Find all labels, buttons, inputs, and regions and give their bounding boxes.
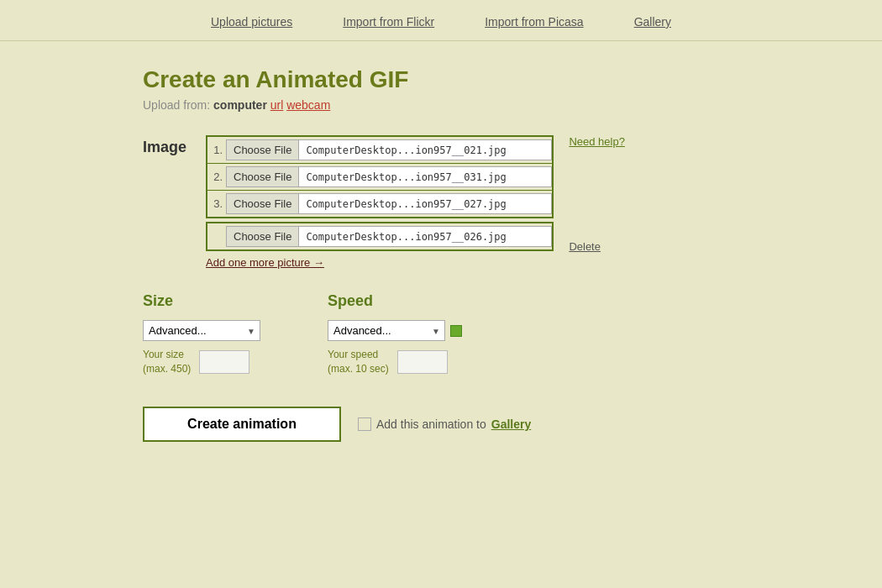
choose-file-btn-3[interactable]: Choose File [227,194,299,213]
image-label: Image [143,139,189,156]
size-select[interactable]: Advanced... Small Medium Large [143,320,260,341]
need-help-link[interactable]: Need help? [569,135,625,148]
main-file-group: 1. Choose File ComputerDesktop...ion957_… [206,135,554,218]
page-title: Create an Animated GIF [143,66,739,93]
green-square-icon [450,325,462,337]
nav-import-flickr[interactable]: Import from Flickr [343,15,434,29]
file-row-1: 1. Choose File ComputerDesktop...ion957_… [207,137,552,164]
speed-select-wrapper: Advanced... Slow Normal Fast [328,320,445,341]
choose-file-btn-2[interactable]: Choose File [227,167,299,186]
file-input-2: Choose File ComputerDesktop...ion957__03… [226,166,552,187]
speed-input-row: Your speed (max. 10 sec) [328,348,462,376]
gallery-row: Add this animation to Gallery [358,417,531,431]
upload-from-label: Upload from: [143,98,210,112]
main-content: Create an Animated GIF Upload from: comp… [126,41,756,467]
size-group: Size Advanced... Small Medium Large Your… [143,292,260,376]
bottom-section: Create animation Add this animation to G… [143,407,739,442]
gallery-checkbox[interactable] [358,417,371,431]
file-input-1: Choose File ComputerDesktop...ion957__02… [226,139,552,160]
file-name-4: ComputerDesktop...ion957__026.jpg [299,228,551,246]
extra-file-row-wrapper: Choose File ComputerDesktop...ion957__02… [206,222,554,251]
size-select-wrapper: Advanced... Small Medium Large [143,320,260,341]
file-name-3: ComputerDesktop...ion957__027.jpg [299,195,551,213]
choose-file-btn-1[interactable]: Choose File [227,140,299,160]
gallery-link[interactable]: Gallery [491,417,531,431]
file-number-4 [207,230,226,243]
file-row-2: 2. Choose File ComputerDesktop...ion957_… [207,164,552,191]
file-number-2: 2. [207,171,226,183]
files-container: 1. Choose File ComputerDesktop...ion957_… [206,135,739,269]
speed-group: Speed Advanced... Slow Normal Fast Your … [328,292,462,376]
size-input[interactable] [199,350,249,374]
gallery-checkbox-label: Add this animation to [376,417,486,431]
upload-webcam-link[interactable]: webcam [286,98,330,112]
file-name-1: ComputerDesktop...ion957__021.jpg [299,141,551,160]
upload-from-row: Upload from: computer url webcam [143,98,739,112]
settings-section: Size Advanced... Small Medium Large Your… [143,292,739,376]
file-row-3: 3. Choose File ComputerDesktop...ion957_… [207,191,552,217]
speed-select[interactable]: Advanced... Slow Normal Fast [328,320,445,341]
size-input-row: Your size (max. 450) [143,348,260,376]
add-more-link[interactable]: Add one more picture → [206,256,324,269]
speed-title: Speed [328,292,462,310]
image-section: Image 1. Choose File ComputerDesktop...i… [143,135,739,269]
upload-url-link[interactable]: url [270,98,284,112]
upload-computer[interactable]: computer [213,98,267,112]
nav-import-picasa[interactable]: Import from Picasa [485,15,583,29]
file-number-3: 3. [207,197,226,210]
file-rows-group: 1. Choose File ComputerDesktop...ion957_… [206,135,554,251]
file-input-4: Choose File ComputerDesktop...ion957__02… [226,226,552,247]
create-animation-button[interactable]: Create animation [143,407,341,442]
file-row-4: Choose File ComputerDesktop...ion957__02… [207,223,552,249]
size-title: Size [143,292,260,310]
file-number-1: 1. [207,144,226,156]
size-hint: Your size (max. 450) [143,348,191,376]
speed-select-row: Advanced... Slow Normal Fast [328,320,462,341]
top-navigation: Upload pictures Import from Flickr Impor… [0,0,882,41]
file-input-3: Choose File ComputerDesktop...ion957__02… [226,193,552,214]
nav-upload-pictures[interactable]: Upload pictures [211,15,292,29]
nav-gallery[interactable]: Gallery [634,15,671,29]
speed-input[interactable] [397,350,448,374]
speed-hint: Your speed (max. 10 sec) [328,348,389,376]
file-name-2: ComputerDesktop...ion957__031.jpg [299,168,551,186]
delete-link[interactable]: Delete [569,240,625,253]
choose-file-btn-4[interactable]: Choose File [227,227,299,246]
